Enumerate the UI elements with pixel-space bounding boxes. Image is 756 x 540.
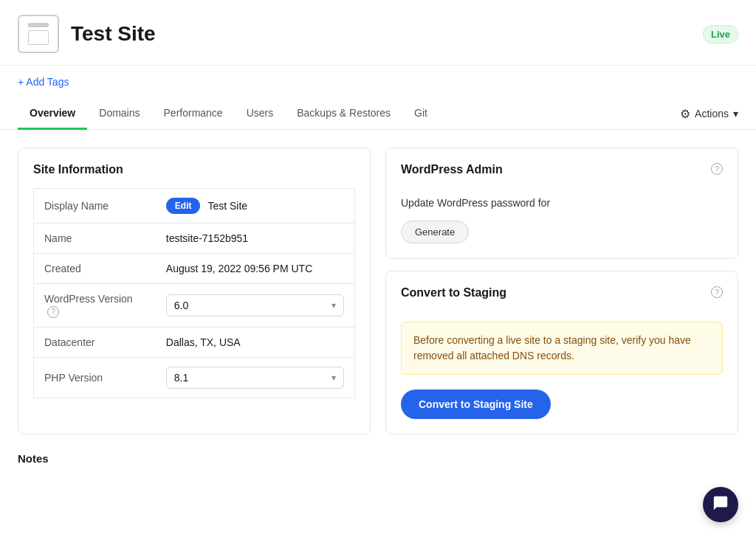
site-title: Test Site: [71, 22, 156, 46]
field-value-created: August 19, 2022 09:56 PM UTC: [156, 254, 355, 284]
right-column: WordPress Admin ? Update WordPress passw…: [385, 148, 738, 435]
field-label-wp-version: WordPress Version ?: [34, 284, 156, 328]
staging-header: Convert to Staging ?: [401, 286, 723, 311]
tab-performance[interactable]: Performance: [152, 98, 235, 130]
wordpress-admin-card: WordPress Admin ? Update WordPress passw…: [385, 148, 738, 259]
actions-label: Actions: [695, 108, 729, 120]
status-badge: Live: [703, 25, 738, 44]
gear-icon: ⚙: [680, 107, 690, 121]
site-header: Test Site Live: [0, 0, 756, 66]
convert-to-staging-button[interactable]: Convert to Staging Site: [401, 390, 551, 419]
wp-version-select[interactable]: 6.0 ▾: [166, 294, 344, 316]
tab-users[interactable]: Users: [235, 98, 286, 130]
field-value-datacenter: Dallas, TX, USA: [156, 327, 355, 357]
add-tags-link[interactable]: + Add Tags: [18, 76, 69, 88]
site-icon: [18, 15, 59, 53]
wp-admin-title: WordPress Admin: [401, 163, 503, 176]
chevron-down-icon: ▾: [331, 300, 336, 311]
wp-version-value: 6.0: [174, 300, 327, 311]
staging-title: Convert to Staging: [401, 286, 506, 300]
field-value-php-version: 8.1 ▾: [156, 357, 355, 398]
notes-title: Notes: [18, 452, 738, 465]
tags-row: + Add Tags: [0, 66, 756, 98]
notes-section: Notes: [0, 452, 756, 465]
field-label-php-version: PHP Version: [34, 357, 156, 398]
field-value-name: testsite-7152b951: [156, 224, 355, 254]
info-table: Display Name Edit Test Site Name testsit…: [33, 188, 355, 398]
table-row: Display Name Edit Test Site: [34, 189, 355, 224]
display-name-value: Test Site: [207, 200, 247, 212]
table-row: Datacenter Dallas, TX, USA: [34, 327, 355, 357]
php-version-value: 8.1: [174, 372, 327, 384]
field-label-display-name: Display Name: [34, 189, 156, 224]
table-row: WordPress Version ? 6.0 ▾: [34, 284, 355, 328]
main-content: Site Information Display Name Edit Test …: [0, 130, 756, 452]
wp-admin-header: WordPress Admin ?: [401, 163, 723, 188]
site-information-title: Site Information: [33, 163, 355, 176]
wp-admin-help-icon[interactable]: ?: [711, 163, 723, 175]
site-information-card: Site Information Display Name Edit Test …: [18, 148, 371, 435]
field-value-display-name: Edit Test Site: [156, 189, 355, 224]
generate-button[interactable]: Generate: [401, 221, 469, 243]
field-label-name: Name: [34, 224, 156, 254]
chevron-down-icon: ▾: [733, 108, 738, 120]
tab-overview[interactable]: Overview: [18, 98, 87, 130]
field-value-wp-version: 6.0 ▾: [156, 284, 355, 328]
php-version-select[interactable]: 8.1 ▾: [166, 367, 344, 389]
nav-tabs-left: Overview Domains Performance Users Backu…: [18, 98, 439, 129]
edit-display-name-button[interactable]: Edit: [166, 198, 201, 214]
display-name-cell: Edit Test Site: [166, 198, 344, 214]
tab-backups-restores[interactable]: Backups & Restores: [285, 98, 402, 130]
table-row: PHP Version 8.1 ▾: [34, 357, 355, 398]
tab-git[interactable]: Git: [402, 98, 439, 130]
table-row: Created August 19, 2022 09:56 PM UTC: [34, 254, 355, 284]
actions-button[interactable]: ⚙ Actions ▾: [680, 101, 738, 127]
header-left: Test Site: [18, 15, 156, 53]
wp-version-help-icon[interactable]: ?: [47, 306, 59, 318]
staging-help-icon[interactable]: ?: [711, 286, 723, 298]
field-label-created: Created: [34, 254, 156, 284]
wp-password-text: Update WordPress password for: [401, 197, 723, 209]
chevron-down-icon: ▾: [331, 373, 336, 383]
table-row: Name testsite-7152b951: [34, 224, 355, 254]
tab-domains[interactable]: Domains: [87, 98, 151, 130]
convert-to-staging-card: Convert to Staging ? Before converting a…: [385, 271, 738, 435]
staging-warning: Before converting a live site to a stagi…: [401, 322, 723, 375]
field-label-datacenter: Datacenter: [34, 327, 156, 357]
nav-tabs: Overview Domains Performance Users Backu…: [0, 98, 756, 130]
